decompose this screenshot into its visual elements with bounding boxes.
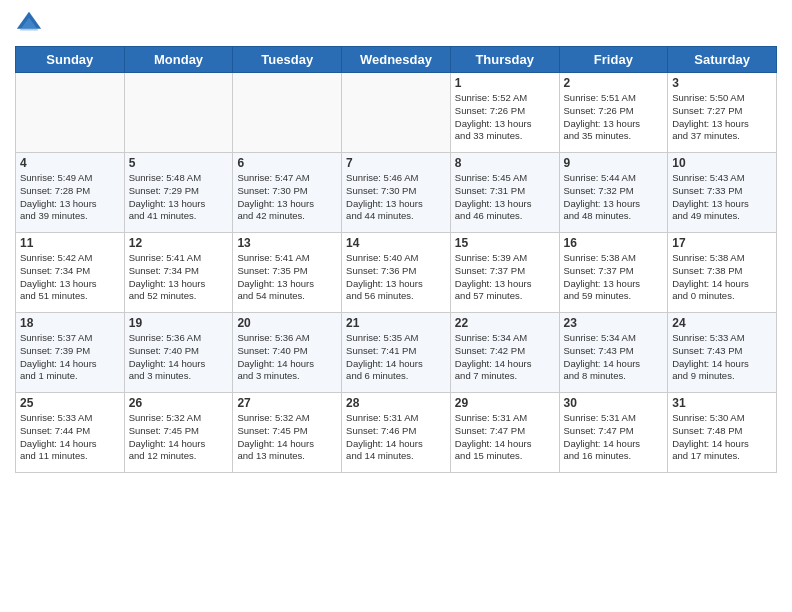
day-info: Sunrise: 5:36 AM Sunset: 7:40 PM Dayligh… bbox=[237, 332, 337, 383]
calendar-cell: 5Sunrise: 5:48 AM Sunset: 7:29 PM Daylig… bbox=[124, 153, 233, 233]
day-number: 21 bbox=[346, 316, 446, 330]
day-number: 8 bbox=[455, 156, 555, 170]
calendar-cell: 20Sunrise: 5:36 AM Sunset: 7:40 PM Dayli… bbox=[233, 313, 342, 393]
calendar-day-header: Tuesday bbox=[233, 47, 342, 73]
day-number: 18 bbox=[20, 316, 120, 330]
calendar-cell bbox=[233, 73, 342, 153]
day-number: 2 bbox=[564, 76, 664, 90]
calendar-day-header: Saturday bbox=[668, 47, 777, 73]
calendar-week-row: 18Sunrise: 5:37 AM Sunset: 7:39 PM Dayli… bbox=[16, 313, 777, 393]
page-container: SundayMondayTuesdayWednesdayThursdayFrid… bbox=[0, 0, 792, 612]
calendar-cell: 28Sunrise: 5:31 AM Sunset: 7:46 PM Dayli… bbox=[342, 393, 451, 473]
page-header bbox=[15, 10, 777, 38]
calendar-cell: 10Sunrise: 5:43 AM Sunset: 7:33 PM Dayli… bbox=[668, 153, 777, 233]
calendar-day-header: Sunday bbox=[16, 47, 125, 73]
calendar-cell: 13Sunrise: 5:41 AM Sunset: 7:35 PM Dayli… bbox=[233, 233, 342, 313]
day-number: 28 bbox=[346, 396, 446, 410]
day-info: Sunrise: 5:38 AM Sunset: 7:38 PM Dayligh… bbox=[672, 252, 772, 303]
calendar-cell: 1Sunrise: 5:52 AM Sunset: 7:26 PM Daylig… bbox=[450, 73, 559, 153]
day-info: Sunrise: 5:43 AM Sunset: 7:33 PM Dayligh… bbox=[672, 172, 772, 223]
day-info: Sunrise: 5:33 AM Sunset: 7:43 PM Dayligh… bbox=[672, 332, 772, 383]
day-info: Sunrise: 5:31 AM Sunset: 7:47 PM Dayligh… bbox=[564, 412, 664, 463]
calendar-cell: 18Sunrise: 5:37 AM Sunset: 7:39 PM Dayli… bbox=[16, 313, 125, 393]
calendar-cell: 14Sunrise: 5:40 AM Sunset: 7:36 PM Dayli… bbox=[342, 233, 451, 313]
calendar-cell bbox=[124, 73, 233, 153]
calendar-cell: 15Sunrise: 5:39 AM Sunset: 7:37 PM Dayli… bbox=[450, 233, 559, 313]
calendar-cell: 3Sunrise: 5:50 AM Sunset: 7:27 PM Daylig… bbox=[668, 73, 777, 153]
day-info: Sunrise: 5:52 AM Sunset: 7:26 PM Dayligh… bbox=[455, 92, 555, 143]
calendar-table: SundayMondayTuesdayWednesdayThursdayFrid… bbox=[15, 46, 777, 473]
day-number: 7 bbox=[346, 156, 446, 170]
calendar-day-header: Friday bbox=[559, 47, 668, 73]
day-info: Sunrise: 5:36 AM Sunset: 7:40 PM Dayligh… bbox=[129, 332, 229, 383]
calendar-week-row: 4Sunrise: 5:49 AM Sunset: 7:28 PM Daylig… bbox=[16, 153, 777, 233]
day-info: Sunrise: 5:34 AM Sunset: 7:42 PM Dayligh… bbox=[455, 332, 555, 383]
day-number: 1 bbox=[455, 76, 555, 90]
day-number: 5 bbox=[129, 156, 229, 170]
calendar-cell: 19Sunrise: 5:36 AM Sunset: 7:40 PM Dayli… bbox=[124, 313, 233, 393]
calendar-cell bbox=[342, 73, 451, 153]
day-number: 3 bbox=[672, 76, 772, 90]
calendar-cell: 24Sunrise: 5:33 AM Sunset: 7:43 PM Dayli… bbox=[668, 313, 777, 393]
day-info: Sunrise: 5:35 AM Sunset: 7:41 PM Dayligh… bbox=[346, 332, 446, 383]
day-number: 11 bbox=[20, 236, 120, 250]
day-number: 9 bbox=[564, 156, 664, 170]
day-info: Sunrise: 5:51 AM Sunset: 7:26 PM Dayligh… bbox=[564, 92, 664, 143]
day-info: Sunrise: 5:34 AM Sunset: 7:43 PM Dayligh… bbox=[564, 332, 664, 383]
day-number: 23 bbox=[564, 316, 664, 330]
day-info: Sunrise: 5:41 AM Sunset: 7:35 PM Dayligh… bbox=[237, 252, 337, 303]
day-number: 12 bbox=[129, 236, 229, 250]
calendar-cell: 8Sunrise: 5:45 AM Sunset: 7:31 PM Daylig… bbox=[450, 153, 559, 233]
day-number: 17 bbox=[672, 236, 772, 250]
day-number: 27 bbox=[237, 396, 337, 410]
day-info: Sunrise: 5:37 AM Sunset: 7:39 PM Dayligh… bbox=[20, 332, 120, 383]
day-number: 10 bbox=[672, 156, 772, 170]
day-number: 13 bbox=[237, 236, 337, 250]
day-info: Sunrise: 5:33 AM Sunset: 7:44 PM Dayligh… bbox=[20, 412, 120, 463]
day-number: 15 bbox=[455, 236, 555, 250]
calendar-day-header: Wednesday bbox=[342, 47, 451, 73]
day-number: 24 bbox=[672, 316, 772, 330]
logo-icon bbox=[15, 10, 43, 38]
calendar-cell: 22Sunrise: 5:34 AM Sunset: 7:42 PM Dayli… bbox=[450, 313, 559, 393]
calendar-cell: 31Sunrise: 5:30 AM Sunset: 7:48 PM Dayli… bbox=[668, 393, 777, 473]
logo bbox=[15, 10, 45, 38]
day-info: Sunrise: 5:50 AM Sunset: 7:27 PM Dayligh… bbox=[672, 92, 772, 143]
day-number: 31 bbox=[672, 396, 772, 410]
day-number: 20 bbox=[237, 316, 337, 330]
day-info: Sunrise: 5:44 AM Sunset: 7:32 PM Dayligh… bbox=[564, 172, 664, 223]
calendar-week-row: 1Sunrise: 5:52 AM Sunset: 7:26 PM Daylig… bbox=[16, 73, 777, 153]
day-number: 19 bbox=[129, 316, 229, 330]
day-info: Sunrise: 5:41 AM Sunset: 7:34 PM Dayligh… bbox=[129, 252, 229, 303]
day-info: Sunrise: 5:32 AM Sunset: 7:45 PM Dayligh… bbox=[129, 412, 229, 463]
day-number: 6 bbox=[237, 156, 337, 170]
day-info: Sunrise: 5:40 AM Sunset: 7:36 PM Dayligh… bbox=[346, 252, 446, 303]
calendar-day-header: Thursday bbox=[450, 47, 559, 73]
day-info: Sunrise: 5:48 AM Sunset: 7:29 PM Dayligh… bbox=[129, 172, 229, 223]
calendar-cell bbox=[16, 73, 125, 153]
day-number: 4 bbox=[20, 156, 120, 170]
calendar-cell: 21Sunrise: 5:35 AM Sunset: 7:41 PM Dayli… bbox=[342, 313, 451, 393]
calendar-cell: 17Sunrise: 5:38 AM Sunset: 7:38 PM Dayli… bbox=[668, 233, 777, 313]
calendar-cell: 6Sunrise: 5:47 AM Sunset: 7:30 PM Daylig… bbox=[233, 153, 342, 233]
day-number: 14 bbox=[346, 236, 446, 250]
calendar-cell: 26Sunrise: 5:32 AM Sunset: 7:45 PM Dayli… bbox=[124, 393, 233, 473]
calendar-week-row: 25Sunrise: 5:33 AM Sunset: 7:44 PM Dayli… bbox=[16, 393, 777, 473]
day-info: Sunrise: 5:38 AM Sunset: 7:37 PM Dayligh… bbox=[564, 252, 664, 303]
calendar-cell: 23Sunrise: 5:34 AM Sunset: 7:43 PM Dayli… bbox=[559, 313, 668, 393]
day-info: Sunrise: 5:39 AM Sunset: 7:37 PM Dayligh… bbox=[455, 252, 555, 303]
calendar-cell: 4Sunrise: 5:49 AM Sunset: 7:28 PM Daylig… bbox=[16, 153, 125, 233]
calendar-cell: 27Sunrise: 5:32 AM Sunset: 7:45 PM Dayli… bbox=[233, 393, 342, 473]
day-info: Sunrise: 5:49 AM Sunset: 7:28 PM Dayligh… bbox=[20, 172, 120, 223]
calendar-cell: 12Sunrise: 5:41 AM Sunset: 7:34 PM Dayli… bbox=[124, 233, 233, 313]
day-info: Sunrise: 5:46 AM Sunset: 7:30 PM Dayligh… bbox=[346, 172, 446, 223]
calendar-cell: 7Sunrise: 5:46 AM Sunset: 7:30 PM Daylig… bbox=[342, 153, 451, 233]
day-number: 25 bbox=[20, 396, 120, 410]
calendar-cell: 11Sunrise: 5:42 AM Sunset: 7:34 PM Dayli… bbox=[16, 233, 125, 313]
day-info: Sunrise: 5:45 AM Sunset: 7:31 PM Dayligh… bbox=[455, 172, 555, 223]
day-number: 30 bbox=[564, 396, 664, 410]
day-info: Sunrise: 5:42 AM Sunset: 7:34 PM Dayligh… bbox=[20, 252, 120, 303]
day-info: Sunrise: 5:32 AM Sunset: 7:45 PM Dayligh… bbox=[237, 412, 337, 463]
day-number: 29 bbox=[455, 396, 555, 410]
day-number: 26 bbox=[129, 396, 229, 410]
